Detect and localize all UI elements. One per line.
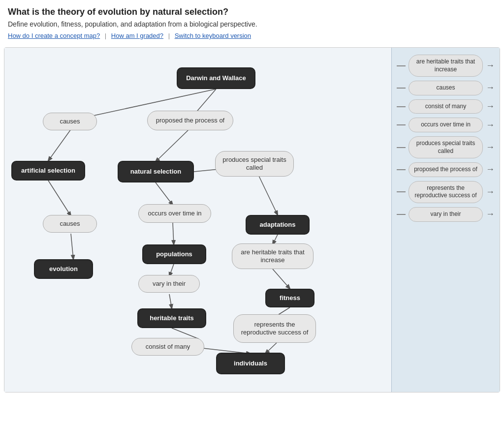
sidebar-item-occurs[interactable]: occurs over time in → <box>397 118 495 132</box>
sidebar: are heritable traits that increase → cau… <box>391 48 500 392</box>
sidebar-item-are-heritable[interactable]: are heritable traits that increase → <box>397 55 495 77</box>
sidebar-line <box>397 65 406 66</box>
node-adaptations[interactable]: adaptations <box>246 215 310 235</box>
svg-line-17 <box>265 343 277 354</box>
node-causes2[interactable]: causes <box>43 215 97 233</box>
node-natural-selection[interactable]: natural selection <box>118 161 194 182</box>
sidebar-label-consist[interactable]: consist of many <box>409 99 483 114</box>
sidebar-item-produces[interactable]: produces special traits called → <box>397 136 495 158</box>
sidebar-arrow-occurs: → <box>486 120 495 130</box>
sidebar-arrow-represents: → <box>486 187 495 197</box>
sidebar-line <box>397 169 406 170</box>
help-concept-map-link[interactable]: How do I create a concept map? <box>8 32 100 39</box>
svg-line-15 <box>273 269 290 289</box>
sidebar-item-consist[interactable]: consist of many → <box>397 99 495 114</box>
svg-line-8 <box>156 182 173 205</box>
sidebar-label-represents[interactable]: represents the reproductive success of <box>409 181 483 203</box>
sidebar-arrow-are-heritable: → <box>486 60 495 71</box>
sidebar-arrow-produces: → <box>486 142 495 152</box>
node-artificial-selection[interactable]: artificial selection <box>11 161 85 181</box>
sidebar-line <box>397 106 406 107</box>
node-vary[interactable]: vary in their <box>138 275 200 293</box>
sidebar-item-proposed[interactable]: proposed the process of → <box>397 162 495 177</box>
node-causes1[interactable]: causes <box>43 113 97 130</box>
sidebar-arrow-vary: → <box>486 209 495 219</box>
sidebar-label-causes[interactable]: causes <box>409 81 483 95</box>
sidebar-line <box>397 88 406 89</box>
node-individuals[interactable]: individuals <box>216 353 285 374</box>
sidebar-item-vary[interactable]: vary in their → <box>397 207 495 222</box>
node-occurs[interactable]: occurs over time in <box>138 204 211 223</box>
sidebar-label-are-heritable[interactable]: are heritable traits that increase <box>409 55 483 77</box>
node-represents[interactable]: represents the reproductive success of <box>233 314 316 343</box>
node-heritable-traits[interactable]: heritable traits <box>137 308 206 328</box>
sidebar-line <box>397 124 406 125</box>
sidebar-arrow-consist: → <box>486 101 495 112</box>
page-links: How do I create a concept map? | How am … <box>8 32 496 39</box>
main-area: Darwin and Wallace artificial selection … <box>4 47 500 393</box>
keyboard-version-link[interactable]: Switch to keyboard version <box>175 32 251 39</box>
concept-map[interactable]: Darwin and Wallace artificial selection … <box>4 48 391 392</box>
svg-line-14 <box>273 235 278 244</box>
sidebar-arrow-causes: → <box>486 83 495 93</box>
svg-line-9 <box>173 223 174 244</box>
svg-line-4 <box>48 181 71 216</box>
sidebar-line <box>397 147 406 148</box>
sidebar-label-occurs[interactable]: occurs over time in <box>409 118 483 132</box>
page-subtitle: Define evolution, fitness, population, a… <box>8 20 496 28</box>
sidebar-label-vary[interactable]: vary in their <box>409 207 483 222</box>
help-graded-link[interactable]: How am I graded? <box>111 32 163 39</box>
node-evolution[interactable]: evolution <box>34 259 93 279</box>
sidebar-arrow-proposed: → <box>486 164 495 175</box>
page-header: What is the theory of evolution by natur… <box>0 0 504 42</box>
sidebar-line <box>397 214 406 215</box>
node-produces1[interactable]: produces special traits called <box>215 151 294 177</box>
sidebar-label-produces[interactable]: produces special traits called <box>409 136 483 158</box>
svg-line-2 <box>156 129 189 162</box>
sidebar-label-proposed[interactable]: proposed the process of <box>409 162 483 177</box>
sidebar-item-represents[interactable]: represents the reproductive success of → <box>397 181 495 203</box>
sidebar-line <box>397 191 406 192</box>
node-fitness[interactable]: fitness <box>265 289 315 307</box>
node-populations[interactable]: populations <box>142 244 206 264</box>
node-are-heritable[interactable]: are heritable traits that increase <box>232 243 314 269</box>
node-proposed[interactable]: proposed the process of <box>147 111 233 130</box>
svg-line-12 <box>172 328 199 339</box>
svg-line-3 <box>48 129 71 161</box>
node-consist[interactable]: consist of many <box>131 338 204 356</box>
page-title: What is the theory of evolution by natur… <box>8 7 496 17</box>
node-darwin-wallace[interactable]: Darwin and Wallace <box>177 67 255 89</box>
svg-line-11 <box>169 294 172 308</box>
sidebar-item-causes[interactable]: causes → <box>397 81 495 95</box>
svg-line-5 <box>71 234 73 259</box>
